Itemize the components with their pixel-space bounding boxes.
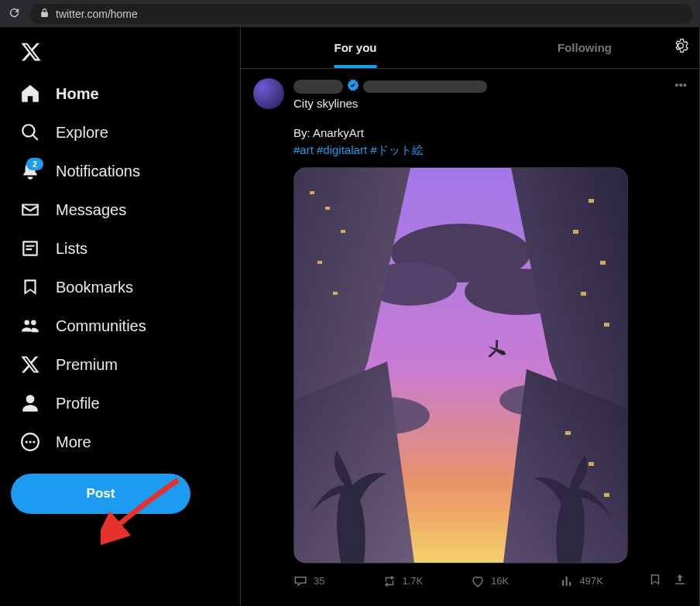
lock-icon bbox=[39, 8, 50, 20]
search-icon bbox=[20, 122, 40, 142]
list-icon bbox=[20, 238, 40, 258]
svg-rect-21 bbox=[600, 261, 606, 265]
tweet-image[interactable] bbox=[293, 167, 628, 563]
profile-icon bbox=[20, 393, 40, 413]
svg-rect-22 bbox=[581, 292, 586, 296]
bell-icon: 2 bbox=[20, 161, 40, 181]
svg-point-3 bbox=[33, 440, 35, 443]
sidebar: Home Explore 2 Notifications Messages Li… bbox=[0, 27, 240, 606]
nav-label: Home bbox=[56, 85, 99, 103]
tweet-header bbox=[293, 78, 687, 94]
tweet-byline: By: AnarkyArt bbox=[293, 125, 687, 141]
more-icon bbox=[20, 432, 40, 452]
reload-icon[interactable] bbox=[8, 6, 21, 22]
bookmark-button[interactable] bbox=[648, 573, 662, 589]
nav-lists[interactable]: Lists bbox=[11, 229, 234, 268]
x-icon bbox=[20, 354, 40, 375]
nav-label: Profile bbox=[56, 395, 100, 413]
nav-communities[interactable]: Communities bbox=[11, 306, 234, 345]
like-button[interactable]: 16K bbox=[471, 574, 560, 588]
envelope-icon bbox=[20, 200, 40, 220]
tab-for-you[interactable]: For you bbox=[241, 27, 470, 68]
svg-rect-14 bbox=[310, 191, 314, 194]
nav-profile[interactable]: Profile bbox=[11, 384, 234, 423]
url-text: twitter.com/home bbox=[56, 8, 138, 20]
post-button[interactable]: Post bbox=[11, 474, 190, 514]
timeline-tabs: For you Following bbox=[241, 27, 699, 69]
nav-messages[interactable]: Messages bbox=[11, 190, 234, 229]
main-column: For you Following ••• City skylines By: … bbox=[240, 27, 700, 606]
browser-address-bar: twitter.com/home bbox=[0, 0, 700, 27]
nav-label: Messages bbox=[56, 201, 126, 219]
svg-point-2 bbox=[29, 440, 31, 443]
url-bar[interactable]: twitter.com/home bbox=[30, 4, 692, 24]
svg-rect-24 bbox=[565, 431, 571, 435]
share-button[interactable] bbox=[673, 573, 687, 589]
svg-rect-18 bbox=[333, 292, 338, 295]
svg-rect-19 bbox=[588, 199, 594, 203]
tab-following[interactable]: Following bbox=[470, 27, 699, 68]
nav-premium[interactable]: Premium bbox=[11, 345, 234, 384]
x-logo[interactable] bbox=[11, 33, 234, 73]
timeline-settings-icon[interactable] bbox=[673, 38, 688, 56]
feed[interactable]: ••• City skylines By: AnarkyArt #art #di… bbox=[241, 69, 699, 598]
nav-notifications[interactable]: 2 Notifications bbox=[11, 152, 234, 190]
handle-redacted bbox=[363, 80, 487, 93]
svg-rect-20 bbox=[573, 230, 578, 234]
tweet-more-icon[interactable]: ••• bbox=[674, 78, 687, 91]
tweet-actions: 35 1.7K 16K 497K bbox=[293, 573, 687, 589]
home-icon bbox=[20, 84, 40, 104]
reply-button[interactable]: 35 bbox=[293, 574, 383, 588]
svg-rect-15 bbox=[325, 207, 330, 210]
nav-label: More bbox=[56, 433, 91, 451]
views-button[interactable]: 497K bbox=[560, 574, 649, 588]
svg-rect-17 bbox=[317, 261, 322, 264]
tweet-text: City skylines bbox=[293, 96, 687, 111]
bookmark-icon bbox=[20, 277, 40, 297]
verified-badge-icon bbox=[346, 78, 360, 94]
nav-label: Communities bbox=[56, 317, 146, 335]
tweet[interactable]: ••• City skylines By: AnarkyArt #art #di… bbox=[241, 69, 699, 598]
nav-label: Explore bbox=[56, 124, 108, 142]
display-name-redacted bbox=[293, 80, 343, 94]
svg-rect-26 bbox=[604, 493, 609, 497]
nav-bookmarks[interactable]: Bookmarks bbox=[11, 268, 234, 306]
nav-label: Bookmarks bbox=[56, 279, 133, 296]
svg-rect-16 bbox=[341, 230, 345, 233]
retweet-button[interactable]: 1.7K bbox=[383, 574, 472, 588]
nav-label: Premium bbox=[56, 356, 118, 374]
nav-label: Lists bbox=[56, 240, 88, 258]
svg-point-1 bbox=[26, 440, 28, 443]
svg-rect-23 bbox=[604, 323, 609, 327]
nav-explore[interactable]: Explore bbox=[11, 113, 234, 152]
nav-label: Notifications bbox=[56, 163, 140, 180]
svg-rect-25 bbox=[588, 462, 594, 466]
notifications-badge: 2 bbox=[26, 158, 43, 170]
tweet-hashtags[interactable]: #art #digitalart #ドット絵 bbox=[293, 142, 687, 158]
avatar[interactable] bbox=[253, 78, 284, 109]
nav-home[interactable]: Home bbox=[11, 74, 234, 113]
nav-more[interactable]: More bbox=[11, 423, 234, 461]
communities-icon bbox=[20, 316, 40, 336]
